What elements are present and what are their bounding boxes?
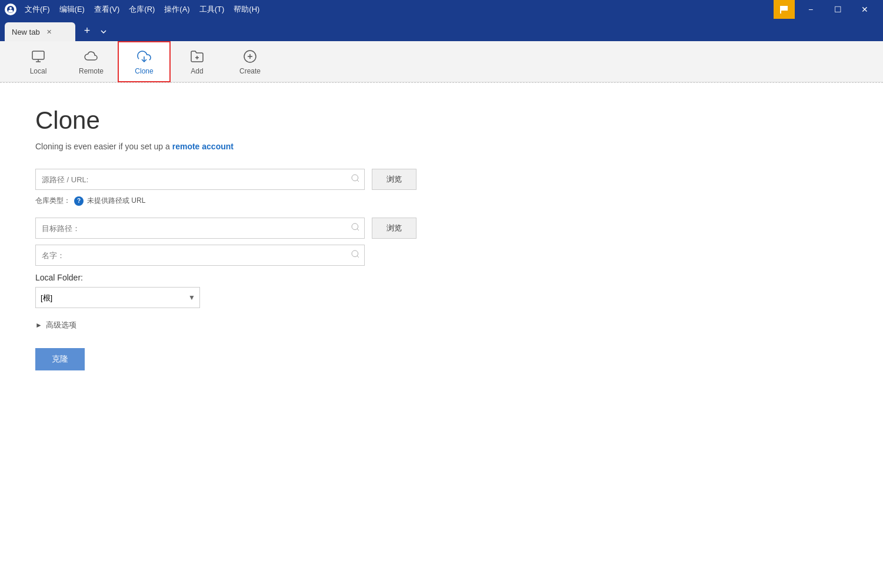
svg-point-2 bbox=[8, 10, 13, 13]
local-folder-section: Local Folder: [根] ▼ bbox=[35, 273, 848, 308]
repo-type-label: 仓库类型： bbox=[35, 196, 71, 206]
close-button[interactable]: ✕ bbox=[851, 0, 878, 19]
subtitle: Cloning is even easier if you set up a r… bbox=[35, 142, 848, 151]
target-browse-button[interactable]: 浏览 bbox=[372, 218, 416, 239]
svg-line-16 bbox=[357, 229, 359, 230]
target-path-wrapper bbox=[35, 218, 365, 239]
source-browse-button[interactable]: 浏览 bbox=[372, 169, 416, 190]
tab-bar: New tab ✕ + bbox=[0, 19, 883, 41]
titlebar: 文件(F) 编辑(E) 查看(V) 仓库(R) 操作(A) 工具(T) 帮助(H… bbox=[0, 0, 883, 19]
svg-line-18 bbox=[357, 256, 359, 258]
tab-close-button[interactable]: ✕ bbox=[45, 27, 54, 36]
source-search-icon bbox=[351, 173, 360, 185]
menu-view[interactable]: 查看(V) bbox=[89, 4, 124, 15]
menu-repo[interactable]: 仓库(R) bbox=[124, 4, 159, 15]
local-folder-select-wrapper: [根] ▼ bbox=[35, 287, 200, 308]
menu-help[interactable]: 帮助(H) bbox=[229, 4, 264, 15]
name-wrapper bbox=[35, 245, 365, 266]
cloud-icon bbox=[83, 48, 99, 65]
svg-point-13 bbox=[352, 175, 358, 181]
info-icon[interactable]: ? bbox=[74, 196, 84, 206]
source-url-wrapper bbox=[35, 169, 365, 190]
advanced-options-label: 高级选项 bbox=[46, 320, 76, 330]
name-search-icon bbox=[351, 249, 360, 261]
target-path-row: 浏览 bbox=[35, 218, 848, 239]
name-input[interactable] bbox=[35, 245, 365, 266]
tab-dropdown-button[interactable] bbox=[96, 25, 111, 39]
svg-rect-4 bbox=[32, 51, 44, 59]
page-title: Clone bbox=[35, 106, 848, 135]
tab-label: New tab bbox=[12, 28, 40, 36]
flag-icon bbox=[774, 0, 795, 19]
app-logo bbox=[5, 4, 16, 15]
tab-new-tab[interactable]: New tab ✕ bbox=[5, 22, 75, 41]
toolbar-item-local[interactable]: Local bbox=[12, 41, 65, 82]
toolbar-item-add[interactable]: Add bbox=[171, 41, 224, 82]
menu-bar: 文件(F) 编辑(E) 查看(V) 仓库(R) 操作(A) 工具(T) 帮助(H… bbox=[20, 4, 264, 15]
advanced-options-section[interactable]: ► 高级选项 bbox=[35, 320, 848, 330]
source-url-input[interactable] bbox=[35, 169, 365, 190]
toolbar-item-remote[interactable]: Remote bbox=[65, 41, 118, 82]
svg-line-14 bbox=[357, 180, 359, 182]
new-tab-button[interactable]: + bbox=[79, 22, 95, 39]
menu-action[interactable]: 操作(A) bbox=[159, 4, 194, 15]
local-folder-label: Local Folder: bbox=[35, 273, 848, 282]
menu-edit[interactable]: 编辑(E) bbox=[55, 4, 89, 15]
clone-button[interactable]: 克隆 bbox=[35, 348, 85, 370]
toolbar: Local Remote Clone Add bbox=[0, 41, 883, 82]
maximize-button[interactable]: ☐ bbox=[824, 0, 851, 19]
target-path-input[interactable] bbox=[35, 218, 365, 239]
toolbar-item-create[interactable]: Create bbox=[224, 41, 276, 82]
repo-type-value: 未提供路径或 URL bbox=[87, 196, 145, 206]
clone-icon bbox=[136, 48, 152, 65]
advanced-chevron-icon: ► bbox=[35, 321, 42, 329]
svg-point-15 bbox=[352, 223, 358, 230]
target-search-icon bbox=[351, 222, 360, 234]
repo-type-row: 仓库类型： ? 未提供路径或 URL bbox=[35, 196, 848, 206]
toolbar-add-label: Add bbox=[191, 67, 203, 75]
subtitle-text: Cloning is even easier if you set up a bbox=[35, 142, 172, 151]
source-url-row: 浏览 bbox=[35, 169, 848, 190]
svg-point-17 bbox=[352, 250, 358, 257]
toolbar-local-label: Local bbox=[30, 67, 47, 75]
minimize-button[interactable]: − bbox=[797, 0, 824, 19]
local-folder-select[interactable]: [根] bbox=[35, 287, 200, 308]
svg-point-1 bbox=[9, 7, 12, 9]
toolbar-remote-label: Remote bbox=[79, 67, 104, 75]
main-content: Clone Cloning is even easier if you set … bbox=[0, 83, 883, 394]
toolbar-clone-label: Clone bbox=[135, 67, 153, 75]
monitor-icon bbox=[30, 48, 46, 65]
toolbar-item-clone[interactable]: Clone bbox=[118, 41, 171, 82]
menu-tools[interactable]: 工具(T) bbox=[195, 4, 229, 15]
remote-account-link[interactable]: remote account bbox=[172, 142, 234, 151]
name-row bbox=[35, 245, 848, 266]
toolbar-create-label: Create bbox=[239, 67, 261, 75]
folder-plus-icon bbox=[189, 48, 205, 65]
menu-file[interactable]: 文件(F) bbox=[20, 4, 55, 15]
plus-circle-icon bbox=[242, 48, 258, 65]
window-controls: − ☐ ✕ bbox=[774, 0, 878, 19]
